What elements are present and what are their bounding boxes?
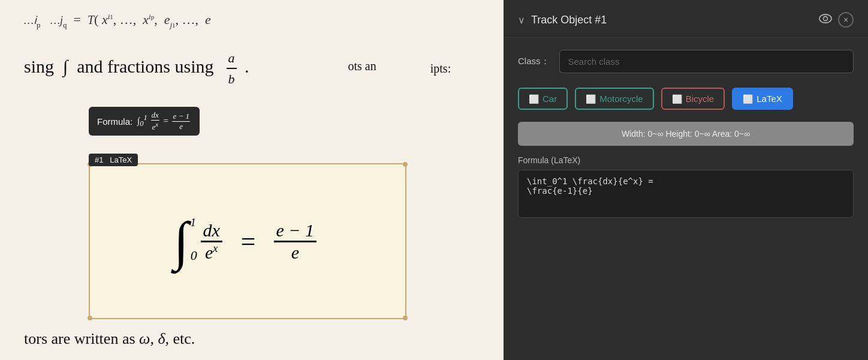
selection-handle-tr bbox=[403, 162, 408, 167]
svg-point-1 bbox=[824, 16, 828, 20]
formula-math-content: ∫ 0 1 dx ex = e − 1 e bbox=[174, 214, 321, 268]
close-icon[interactable]: × bbox=[838, 12, 854, 28]
top-math-line: …ı̇p …jq = T( xi1, …, xip, ej1, …, e bbox=[24, 12, 480, 30]
dimensions-text: Width: 0~∞ Height: 0~∞ Area: 0~∞ bbox=[622, 129, 750, 139]
selection-handle-bl bbox=[88, 316, 92, 320]
panel-header: ∨ Track Object #1 × bbox=[504, 0, 868, 38]
formula-section: Formula (LaTeX) bbox=[518, 155, 854, 220]
label-class: LaTeX bbox=[110, 155, 132, 164]
svg-point-0 bbox=[819, 14, 831, 23]
formula-selection-box: ∫ 0 1 dx ex = e − 1 e bbox=[89, 163, 406, 319]
eye-icon[interactable] bbox=[819, 14, 832, 26]
label-badge: #1 LaTeX bbox=[89, 154, 138, 166]
tag-bicycle-label: Bicycle bbox=[686, 94, 715, 104]
tag-car[interactable]: ⬜ Car bbox=[518, 88, 568, 110]
bottom-text-line: tors are written as ω, δ, etc. bbox=[24, 330, 195, 348]
panel-title: Track Object #1 bbox=[531, 14, 808, 26]
text-line-1: sing ∫ and fractions using a b . ots an … bbox=[24, 48, 480, 89]
latex-tag-icon: ⬜ bbox=[743, 94, 753, 104]
motorcycle-tag-icon: ⬜ bbox=[586, 94, 596, 104]
label-number: #1 bbox=[95, 155, 103, 164]
search-class-input[interactable] bbox=[559, 50, 854, 73]
car-tag-icon: ⬜ bbox=[529, 94, 539, 104]
class-row: Class： bbox=[518, 50, 854, 73]
formula-tooltip: Formula: ∫01 dx ex = e − 1 e bbox=[89, 107, 200, 136]
formula-textarea[interactable] bbox=[518, 170, 854, 218]
formula-label: Formula (LaTeX) bbox=[518, 155, 854, 165]
dimensions-bar: Width: 0~∞ Height: 0~∞ Area: 0~∞ bbox=[518, 122, 854, 146]
tag-bicycle[interactable]: ⬜ Bicycle bbox=[661, 88, 725, 110]
class-tags-container: ⬜ Car ⬜ Motorcycle ⬜ Bicycle ⬜ LaTeX bbox=[518, 88, 854, 110]
tag-car-label: Car bbox=[542, 94, 557, 104]
tooltip-label: Formula: bbox=[97, 116, 132, 127]
panel-content: Class： ⬜ Car ⬜ Motorcycle ⬜ Bicycle ⬜ La… bbox=[504, 38, 868, 232]
bicycle-tag-icon: ⬜ bbox=[672, 94, 682, 104]
tag-motorcycle[interactable]: ⬜ Motorcycle bbox=[575, 88, 654, 110]
chevron-icon[interactable]: ∨ bbox=[518, 14, 525, 26]
tag-motorcycle-label: Motorcycle bbox=[599, 94, 643, 104]
right-panel: ∨ Track Object #1 × Class： ⬜ Car ⬜ Motor… bbox=[504, 0, 868, 360]
tooltip-math: ∫01 dx ex = e − 1 e bbox=[137, 110, 191, 132]
tag-latex-label: LaTeX bbox=[757, 94, 782, 104]
tag-latex[interactable]: ⬜ LaTeX bbox=[732, 88, 793, 110]
class-label: Class： bbox=[518, 56, 550, 67]
